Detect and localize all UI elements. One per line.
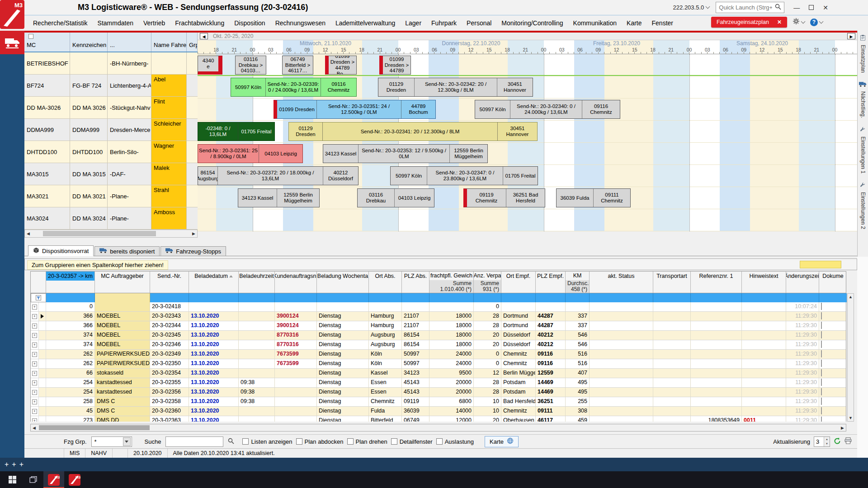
vehicle-column-header-name-fahre[interactable]: Name Fahre (151, 33, 187, 52)
vehicle-row[interactable]: MA3015DD MA 3015-DAF-Malek (24, 163, 198, 185)
scroll-right-icon[interactable]: ▶ (841, 426, 844, 430)
document-checkbox-icon[interactable] (821, 303, 822, 310)
close-icon[interactable]: ✕ (777, 19, 782, 25)
filter-cell-ort-abs[interactable] (369, 293, 402, 302)
gantt-scroll-left-button[interactable]: ◀ (200, 33, 208, 39)
column-header-aender[interactable]: Änderungszeit (786, 272, 819, 293)
menu-item-recherche-statistik[interactable]: Recherche/Statistik (28, 19, 93, 27)
menu-item-rechnungswesen[interactable]: Rechnungswesen (270, 19, 330, 27)
column-header-uhrzeit[interactable]: Beladeuhrzeit (239, 272, 275, 293)
vehicle-row[interactable]: BF724FG-BF 724Lichtenberg-4-AAbel (24, 75, 198, 97)
gantt-tour-block[interactable]: 50997 KölnSend-Nr.: 20-3-02340: 0 / 24.0… (475, 100, 620, 119)
filter-cell-ort-empf[interactable] (501, 293, 536, 302)
filter-cell-status[interactable] (590, 293, 653, 302)
gantt-tour-block[interactable]: 01129 DresdenSend-Nr.: 20-3-02341: 20 / … (288, 122, 538, 141)
expand-plus-icon[interactable]: + (32, 333, 37, 338)
shipment-row[interactable]: +254karstadtessed20-3-0235513.10.202009:… (31, 378, 846, 388)
group-by-bar[interactable]: Zum Gruppieren einen Spaltenkopf hierher… (24, 258, 857, 270)
filter-cell-plz-abs[interactable] (402, 293, 429, 302)
minimize-button[interactable]: — (793, 5, 800, 11)
expand-plus-icon[interactable]: + (32, 371, 37, 376)
filter-cell-transport[interactable] (653, 293, 691, 302)
filter-cell-plz-empf[interactable] (536, 293, 566, 302)
menu-item-lademittelverwaltung[interactable]: Lademittelverwaltung (330, 19, 400, 27)
filter-cell-mc[interactable] (95, 293, 150, 302)
column-header-km[interactable]: 20-3-02357 -> km (46, 272, 95, 293)
vehicle-column-header-grp[interactable]: Grp. (187, 33, 198, 52)
column-header-wochentag[interactable]: Beladung Wochenta (317, 272, 369, 293)
expand-plus-icon[interactable]: + (32, 409, 37, 414)
aktualisierung-stepper[interactable]: 3 ▲▼ (814, 436, 830, 447)
scroll-up-icon[interactable]: ▲ (849, 295, 853, 299)
row-expander[interactable]: + (31, 312, 39, 321)
vehicle-row[interactable]: MA3021DD MA 3021-Plane-Strahl (24, 185, 198, 207)
checkbox-plan-drehen[interactable]: Plan drehen (347, 438, 387, 445)
gantt-tour-block[interactable]: Send-Nr.: 20-3-02361: 25 / 8.900kg / 0LM… (198, 144, 303, 163)
shipment-row[interactable]: +366MOEBEL20-3-0234413.10.20203900124Die… (31, 321, 846, 331)
menu-item-disposition[interactable]: Disposition (229, 19, 270, 27)
filter-cell-wochentag[interactable] (317, 293, 369, 302)
checkbox-box[interactable] (296, 438, 302, 445)
filter-cell-kunde[interactable] (275, 293, 317, 302)
filter-cell-datum[interactable] (189, 293, 239, 302)
side-tab-einsatzplan[interactable]: Einsatzplan (860, 34, 866, 73)
menu-item-lager[interactable]: Lager (400, 19, 426, 27)
maximize-button[interactable] (809, 5, 814, 10)
shipment-row[interactable]: +262PAPIERWERKSUED20-3-0234913.10.202076… (31, 350, 846, 359)
column-header-plz-empf[interactable]: PLZ Empf. (536, 272, 566, 293)
shipment-row[interactable]: +66stokasseld20-3-0235413.10.2020Diensta… (31, 369, 846, 378)
vehicle-column-header-[interactable]: ... (108, 33, 151, 52)
checkbox-detailfenster[interactable]: Detailfenster (391, 438, 433, 445)
shipment-row[interactable]: +258DMS C20-3-0235813.10.202009:38Dienst… (31, 397, 846, 407)
shipment-row[interactable]: +273DMS DD20-3-0236313.10.2020DienstagBi… (31, 416, 846, 422)
menu-item-monitoring-controlling[interactable]: Monitoring/Controlling (496, 19, 568, 27)
document-checkbox-icon[interactable] (821, 379, 822, 386)
document-checkbox-icon[interactable] (821, 398, 822, 405)
gantt-scroll-right-button[interactable]: ▶ (847, 33, 855, 39)
menu-item-vertrieb[interactable]: Vertrieb (138, 19, 170, 27)
scroll-left-icon[interactable]: ◀ (33, 426, 36, 430)
document-checkbox-icon[interactable] (821, 331, 822, 338)
row-expander[interactable]: + (31, 302, 39, 311)
document-checkbox-icon[interactable] (821, 322, 822, 329)
shipment-row[interactable]: +366MOEBEL20-3-0234313.10.20203900124Die… (31, 312, 846, 321)
column-header-send[interactable]: Send.-Nr. (150, 272, 189, 293)
column-header-km2[interactable]: KMDurchsc... 458 (*) (566, 272, 590, 293)
menu-item-fenster[interactable]: Fenster (647, 19, 678, 27)
column-header-ort-abs[interactable]: Ort Abs. (369, 272, 402, 293)
column-header-status[interactable]: akt. Status (590, 272, 653, 293)
expand-plus-icon[interactable]: + (32, 418, 37, 422)
quick-launch-box[interactable] (716, 2, 784, 13)
column-header-datum[interactable]: Beladedatum (189, 272, 239, 293)
column-header-gewicht[interactable]: frachtpfl. GewichSumme 1.010.400 (*) (429, 272, 474, 293)
shipment-table-hscrollbar[interactable]: ◀ ▶ (30, 424, 846, 432)
vehicle-row[interactable]: BETRIEBSHOF-BH-Nürnberg- (24, 52, 198, 75)
filter-cell-uhrzeit[interactable] (239, 293, 275, 302)
expand-plus-icon[interactable]: + (32, 361, 37, 366)
scroll-right-icon[interactable]: ▶ (192, 231, 195, 236)
expand-plus-icon[interactable]: + (32, 305, 37, 310)
column-header-ort-empf[interactable]: Ort Empf. (501, 272, 536, 293)
filter-cell-ref[interactable] (691, 293, 742, 302)
select-all-checkbox[interactable] (28, 34, 33, 39)
shipment-table-vscrollbar[interactable]: ▲ ▼ (847, 293, 854, 422)
side-tab-einstellungen-2[interactable]: Einstellungen 2 (860, 182, 866, 229)
column-header-doku[interactable]: Dokume (819, 272, 847, 293)
gantt-tour-block[interactable]: 01099 DresdenSend-Nr.: 20-3-02351: 24 / … (274, 100, 436, 119)
column-header-ref[interactable]: Referenznr. 1 (691, 272, 742, 293)
refresh-button[interactable] (834, 437, 841, 446)
gantt-tour-block[interactable]: 01129 DresdenSend-Nr.: 20-3-02342: 20 / … (378, 78, 533, 97)
filter-cell-aender[interactable] (786, 293, 819, 302)
gantt-tour-block[interactable]: 01099 Dresden > 44789 Bo… (325, 56, 357, 75)
document-checkbox-icon[interactable] (821, 388, 822, 395)
side-tab-einstellungen-1[interactable]: Einstellungen 1 (860, 126, 866, 174)
gantt-tour-block[interactable]: 36039 Fulda09111 Chemnitz (556, 188, 631, 207)
filter-cell-km[interactable] (46, 293, 95, 302)
row-expander[interactable]: + (31, 359, 39, 368)
expand-plus-icon[interactable]: + (32, 324, 37, 328)
task-view-button[interactable] (23, 471, 43, 488)
gantt-tour-block[interactable]: 86154 AugsburgSend-Nr.: 20-3-02372: 20 /… (198, 166, 359, 185)
column-header-mc[interactable]: MC Auftraggeber (95, 272, 150, 293)
spin-up-icon[interactable]: ▲ (824, 437, 830, 442)
side-tab-nächstlieg[interactable]: Nächstlieg. (859, 81, 867, 118)
